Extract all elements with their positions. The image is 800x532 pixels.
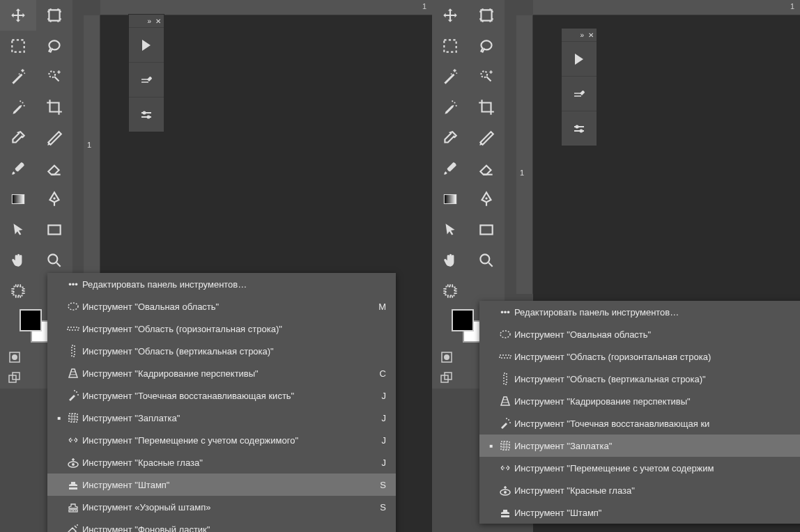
- tool-artboard[interactable]: [468, 0, 505, 31]
- menu-item-pcrop[interactable]: Инструмент "Кадрирование перспективы"C: [47, 362, 396, 384]
- float-panel[interactable]: » ✕: [128, 14, 164, 132]
- tool-eraser[interactable]: [468, 153, 505, 184]
- shortcut-label: J: [374, 413, 386, 423]
- tool-quicksel[interactable]: [36, 61, 72, 92]
- tool-lasso[interactable]: [468, 31, 505, 61]
- tool-eyedrop[interactable]: [432, 123, 468, 153]
- tool-hand[interactable]: [0, 245, 36, 276]
- beraser-icon: [64, 522, 82, 532]
- tool-gradient[interactable]: [0, 184, 36, 214]
- menu-item-pcrop[interactable]: Инструмент "Кадрирование перспективы": [479, 390, 800, 412]
- redeye-icon: [64, 455, 82, 469]
- tool-artboard[interactable]: [36, 0, 72, 31]
- actions-play-button[interactable]: [562, 41, 597, 76]
- actions-play-button[interactable]: [129, 27, 164, 62]
- menu-item-stamp[interactable]: Инструмент "Штамп"S: [47, 474, 396, 496]
- float-panel[interactable]: » ✕: [561, 28, 597, 146]
- menu-item-stamp[interactable]: Инструмент "Штамп": [479, 501, 800, 524]
- menu-item-camove[interactable]: Инструмент "Перемещение с учетом содержи…: [47, 429, 396, 451]
- menu-item-label: Инструмент "Фоновый ластик": [82, 524, 374, 533]
- menu-item-label: Инструмент "Кадрирование перспективы": [82, 368, 374, 379]
- tool-move[interactable]: [0, 0, 36, 31]
- expand-icon[interactable]: »: [147, 17, 151, 25]
- tool-zoom[interactable]: [36, 245, 72, 276]
- tool-context-menu[interactable]: ••• Редактировать панель инструментов… И…: [479, 301, 800, 524]
- shortcut-label: M: [374, 302, 386, 312]
- foreground-color-swatch[interactable]: [452, 309, 474, 331]
- ruler-top-mark: 1: [790, 2, 794, 10]
- tool-pen[interactable]: [36, 184, 72, 214]
- tool-heal[interactable]: [0, 92, 36, 123]
- pcrop-icon: [496, 394, 514, 408]
- tool-slice[interactable]: [468, 123, 505, 153]
- tool-edit-toolbar[interactable]: [432, 276, 468, 306]
- menu-item-label: Инструмент "Красные глаза": [514, 485, 800, 496]
- tool-rectangle[interactable]: [468, 214, 505, 245]
- menu-item-label: Инструмент "Штамп": [514, 508, 800, 518]
- tool-eraser[interactable]: [36, 153, 72, 184]
- menu-edit-toolbar[interactable]: ••• Редактировать панель инструментов…: [479, 301, 800, 323]
- tool-hand[interactable]: [432, 245, 468, 276]
- tool-lasso[interactable]: [36, 31, 72, 61]
- foreground-color-swatch[interactable]: [20, 309, 42, 331]
- menu-item-row[interactable]: Инструмент "Область (горизонтальная стро…: [47, 318, 396, 340]
- menu-item-patch[interactable]: ■Инструмент "Заплатка"J: [47, 407, 396, 429]
- menu-item-beraser[interactable]: Инструмент "Фоновый ластик": [47, 518, 396, 532]
- brush-presets-button[interactable]: [562, 76, 597, 111]
- tool-edit-toolbar[interactable]: [0, 276, 36, 306]
- tool-brush[interactable]: [0, 153, 36, 184]
- menu-item-patch[interactable]: ■Инструмент "Заплатка": [479, 435, 800, 457]
- tool-zoom[interactable]: [468, 245, 505, 276]
- float-panel-header[interactable]: » ✕: [129, 15, 164, 27]
- tool-marquee[interactable]: [432, 31, 468, 61]
- tool-marquee[interactable]: [0, 31, 36, 61]
- tool-gradient[interactable]: [432, 184, 468, 214]
- menu-item-col[interactable]: Инструмент "Область (вертикальная строка…: [479, 368, 800, 390]
- menu-item-ellipse[interactable]: Инструмент "Овальная область": [479, 323, 800, 345]
- menu-item-label: Инструмент «Узорный штамп»: [82, 502, 374, 513]
- menu-item-label: Инструмент "Овальная область": [514, 329, 800, 340]
- menu-item-camove[interactable]: Инструмент "Перемещение с учетом содержи…: [479, 457, 800, 479]
- tool-brush[interactable]: [432, 153, 468, 184]
- menu-edit-toolbar-label: Редактировать панель инструментов…: [82, 279, 374, 290]
- close-icon[interactable]: ✕: [588, 31, 594, 39]
- left-screenshot-pane: 1 1 » ✕ ••• Редактировать панель инструм…: [0, 0, 432, 532]
- adjustments-button[interactable]: [562, 111, 597, 146]
- tool-eyedrop[interactable]: [0, 123, 36, 153]
- tool-crop[interactable]: [36, 92, 72, 123]
- tool-wand[interactable]: [432, 61, 468, 92]
- tool-move[interactable]: [432, 0, 468, 31]
- tool-context-menu[interactable]: ••• Редактировать панель инструментов… И…: [47, 273, 396, 532]
- menu-item-row[interactable]: Инструмент "Область (горизонтальная стро…: [479, 345, 800, 368]
- menu-item-label: Инструмент "Овальная область": [82, 302, 374, 312]
- active-indicator: ■: [54, 415, 64, 421]
- ruler-left-mark: 1: [87, 141, 91, 149]
- tool-wand[interactable]: [0, 61, 36, 92]
- ellipsis-icon: •••: [496, 307, 514, 318]
- tool-slice[interactable]: [36, 123, 72, 153]
- brush-presets-button[interactable]: [129, 62, 164, 97]
- right-screenshot-pane: 1 1 » ✕ ••• Редактировать панель инструм…: [432, 0, 800, 532]
- tool-rectangle[interactable]: [36, 214, 72, 245]
- tool-heal[interactable]: [432, 92, 468, 123]
- tool-pointer[interactable]: [432, 214, 468, 245]
- menu-item-redeye[interactable]: Инструмент "Красные глаза": [479, 479, 800, 501]
- menu-item-spot[interactable]: Инструмент "Точечная восстанавливающая к…: [47, 384, 396, 407]
- menu-item-pstamp[interactable]: Инструмент «Узорный штамп»S: [47, 496, 396, 518]
- adjustments-button[interactable]: [129, 97, 164, 132]
- shortcut-label: C: [374, 368, 386, 379]
- tool-pointer[interactable]: [0, 214, 36, 245]
- ruler-left: 1: [84, 15, 100, 294]
- menu-item-redeye[interactable]: Инструмент "Красные глаза"J: [47, 451, 396, 474]
- menu-item-spot[interactable]: Инструмент "Точечная восстанавливающая к…: [479, 412, 800, 435]
- close-icon[interactable]: ✕: [155, 17, 161, 25]
- menu-item-ellipse[interactable]: Инструмент "Овальная область"M: [47, 295, 396, 318]
- float-panel-header[interactable]: » ✕: [562, 29, 597, 41]
- tool-pen[interactable]: [468, 184, 505, 214]
- menu-edit-toolbar[interactable]: ••• Редактировать панель инструментов…: [47, 273, 396, 295]
- tool-crop[interactable]: [468, 92, 505, 123]
- menu-item-col[interactable]: Инструмент "Область (вертикальная строка…: [47, 340, 396, 362]
- tool-quicksel[interactable]: [468, 61, 505, 92]
- menu-item-label: Инструмент "Перемещение с учетом содержи…: [82, 435, 374, 446]
- expand-icon[interactable]: »: [580, 31, 584, 39]
